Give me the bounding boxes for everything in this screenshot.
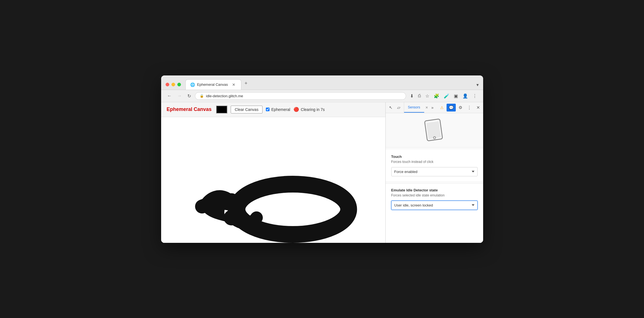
idle-select[interactable]: No idle emulation User active, screen un… (391, 201, 478, 210)
address-text: idle-detection.glitch.me (206, 94, 243, 98)
reload-button[interactable]: ↻ (186, 92, 193, 100)
ephemeral-label: Ephemeral (271, 107, 290, 112)
download-icon-button[interactable]: ⬇ (408, 92, 415, 100)
tab-right-controls: ▾ (476, 82, 479, 90)
flask-icon-button[interactable]: 🧪 (442, 92, 451, 100)
canvas-svg (161, 117, 385, 243)
clearing-badge: 🔴 Clearing in 7s (294, 107, 325, 112)
devtools-body: Touch Forces touch instead of click No o… (386, 113, 483, 243)
app-title: Ephemeral Canvas (167, 106, 212, 112)
svg-rect-4 (426, 121, 441, 139)
extensions-icon-button[interactable]: 🧩 (432, 92, 441, 100)
bookmark-icon-button[interactable]: ☆ (424, 92, 431, 100)
new-tab-button[interactable]: + (241, 78, 251, 89)
address-bar: ← → ↻ 🔒 idle-detection.glitch.me ⬇ ⎙ ☆ 🧩… (161, 90, 483, 102)
devtools-close-button[interactable]: ✕ (474, 102, 482, 113)
minimize-button[interactable] (171, 83, 175, 86)
devtools-more-button[interactable]: ⋮ (465, 102, 474, 113)
section-divider-2 (386, 182, 483, 182)
color-swatch[interactable] (216, 106, 227, 113)
canvas-area[interactable] (161, 117, 385, 243)
tabs-menu-button[interactable]: ▾ (476, 82, 479, 87)
clear-canvas-button[interactable]: Clear Canvas (231, 106, 263, 113)
page-area: Ephemeral Canvas Clear Canvas Ephemeral … (161, 102, 385, 243)
tab-close-button[interactable]: ✕ (231, 82, 237, 87)
idle-section: Emulate Idle Detector state Forces selec… (386, 183, 483, 214)
svg-point-2 (273, 202, 312, 216)
sensors-tab[interactable]: Sensors (404, 103, 424, 113)
sensors-tab-close[interactable]: ✕ (424, 105, 429, 110)
share-icon-button[interactable]: ⎙ (416, 92, 423, 99)
section-divider-1 (386, 149, 483, 149)
settings-button[interactable]: ⚙ (456, 102, 464, 113)
devtools-left-icons: ↖ ▱ (386, 102, 404, 113)
account-icon-button[interactable]: 👤 (461, 92, 470, 100)
touch-section: Touch Forces touch instead of click No o… (386, 150, 483, 181)
page-toolbar: Ephemeral Canvas Clear Canvas Ephemeral … (161, 102, 385, 117)
main-content: Ephemeral Canvas Clear Canvas Ephemeral … (161, 102, 483, 243)
title-bar: 🌐 Ephemeral Canvas ✕ + ▾ (161, 75, 483, 90)
chat-button[interactable]: 💬 (447, 104, 456, 111)
touch-description: Forces touch instead of click (391, 160, 478, 164)
lock-icon: 🔒 (200, 94, 204, 98)
idle-title: Emulate Idle Detector state (391, 188, 478, 192)
chat-icon: 💬 (449, 105, 454, 110)
forward-button[interactable]: → (176, 92, 183, 99)
phone-svg (418, 118, 451, 143)
address-input[interactable]: 🔒 idle-detection.glitch.me (195, 92, 406, 100)
touch-title: Touch (391, 155, 478, 159)
devtools-tabs: Sensors ✕ » (404, 103, 436, 113)
ephemeral-checkbox[interactable] (266, 108, 269, 111)
toolbar-icons: ⬇ ⎙ ☆ 🧩 🧪 ▣ 👤 ⋮ (408, 92, 479, 100)
phone-illustration (386, 113, 483, 148)
fire-icon: 🔴 (294, 107, 299, 112)
active-tab[interactable]: 🌐 Ephemeral Canvas ✕ (185, 79, 241, 90)
layout-icon-button[interactable]: ▣ (452, 92, 460, 100)
warning-icon: ⚠ (440, 105, 444, 110)
close-button[interactable] (166, 83, 169, 86)
window-controls (166, 83, 181, 90)
idle-description: Forces selected idle state emulation (391, 193, 478, 197)
tab-title: Ephemeral Canvas (197, 82, 228, 87)
tab-favicon-icon: 🌐 (190, 82, 195, 87)
responsive-button[interactable]: ▱ (395, 102, 403, 113)
devtools-right-icons: ⚠ 💬 ⚙ ⋮ ✕ (436, 102, 483, 113)
more-panels-button[interactable]: » (429, 103, 436, 113)
maximize-button[interactable] (177, 83, 181, 86)
browser-window: 🌐 Ephemeral Canvas ✕ + ▾ ← → ↻ 🔒 idle-de… (161, 75, 483, 243)
warning-button[interactable]: ⚠ (438, 104, 446, 111)
back-button[interactable]: ← (166, 92, 173, 99)
clearing-text: Clearing in 7s (301, 107, 325, 112)
element-picker-button[interactable]: ↖ (387, 102, 395, 113)
more-menu-button[interactable]: ⋮ (471, 92, 479, 100)
ephemeral-checkbox-container: Ephemeral (266, 107, 290, 112)
tab-bar: 🌐 Ephemeral Canvas ✕ + (185, 78, 476, 90)
devtools-header: ↖ ▱ Sensors ✕ » ⚠ 💬 ⚙ (386, 102, 483, 113)
touch-select[interactable]: No override Force enabled Force disabled (391, 167, 478, 176)
devtools-panel: ↖ ▱ Sensors ✕ » ⚠ 💬 ⚙ (385, 102, 483, 243)
